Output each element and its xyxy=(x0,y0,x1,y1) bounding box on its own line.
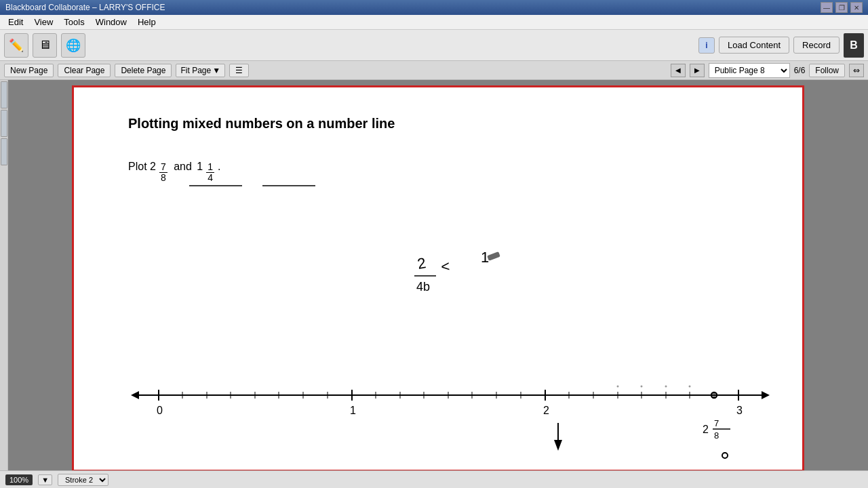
svg-point-14 xyxy=(722,453,728,458)
svg-text:4b: 4b xyxy=(416,280,430,293)
screen-tool-btn[interactable]: 🖥 xyxy=(33,33,57,58)
title-bar: Blackboard Collaborate – LARRY'S OFFICE … xyxy=(0,0,868,15)
next-page-btn[interactable]: ▶ xyxy=(690,64,705,77)
pencil-tool-btn[interactable]: ✏️ xyxy=(4,33,28,58)
fit-page-chevron: ▼ xyxy=(212,66,220,75)
new-page-button[interactable]: New Page xyxy=(4,64,54,77)
fit-page-dropdown[interactable]: Fit Page ▼ xyxy=(176,64,225,77)
svg-text:<: < xyxy=(440,258,450,275)
zoom-dropdown[interactable]: ▼ xyxy=(38,474,52,485)
number-line-area: 0 1 2 3 xyxy=(115,375,782,429)
svg-point-50 xyxy=(665,386,667,388)
svg-text:8: 8 xyxy=(714,430,719,441)
layout-button[interactable]: ⇔ xyxy=(849,64,864,77)
menu-window[interactable]: Window xyxy=(90,16,132,28)
zoom-display: 100% xyxy=(5,474,33,485)
svg-text:1: 1 xyxy=(481,249,489,266)
left-sidebar xyxy=(0,80,8,470)
status-bar: 100% ▼ Stroke 2 xyxy=(0,470,868,488)
problem-statement: Plot 2 7 8 and 1 1 4 . xyxy=(128,161,220,184)
menu-help[interactable]: Help xyxy=(132,16,161,28)
denominator-8: 8 xyxy=(159,173,167,183)
number-line-svg: 0 1 2 3 xyxy=(115,375,782,429)
grid-view-btn[interactable]: ☰ xyxy=(229,64,249,77)
menu-edit[interactable]: Edit xyxy=(3,16,28,28)
app-title: Blackboard Collaborate – LARRY'S OFFICE xyxy=(5,3,165,12)
one-label: 1 xyxy=(197,161,203,173)
svg-rect-7 xyxy=(487,251,500,261)
svg-point-51 xyxy=(689,386,691,388)
maximize-btn[interactable]: ❐ xyxy=(835,2,848,13)
page-count: 6/6 xyxy=(794,66,806,75)
record-button[interactable]: Record xyxy=(793,37,840,54)
canvas-area: Plotting mixed numbers on a number line … xyxy=(8,80,868,470)
follow-button[interactable]: Follow xyxy=(809,64,845,77)
delete-page-button[interactable]: Delete Page xyxy=(115,64,172,77)
whiteboard-title: Plotting mixed numbers on a number line xyxy=(128,116,395,131)
main-area: Plotting mixed numbers on a number line … xyxy=(0,80,868,470)
whiteboard[interactable]: Plotting mixed numbers on a number line … xyxy=(72,85,804,470)
fraction-7-8: 7 8 xyxy=(159,162,167,184)
clear-page-button[interactable]: Clear Page xyxy=(58,64,111,77)
and-label: and xyxy=(171,161,195,173)
load-content-button[interactable]: Load Content xyxy=(719,37,789,54)
info-button[interactable]: i xyxy=(698,37,715,54)
minimize-btn[interactable]: — xyxy=(821,2,833,13)
fit-page-label: Fit Page xyxy=(180,66,211,75)
svg-text:1: 1 xyxy=(350,405,356,416)
svg-text:0: 0 xyxy=(157,405,163,416)
menu-view[interactable]: View xyxy=(28,16,58,28)
globe-tool-btn[interactable]: 🌐 xyxy=(61,33,85,58)
menu-tools[interactable]: Tools xyxy=(58,16,90,28)
svg-point-48 xyxy=(617,386,619,388)
svg-text:2: 2 xyxy=(543,405,549,416)
title-bar-controls[interactable]: — ❐ ✕ xyxy=(821,2,863,13)
page-toolbar: New Page Clear Page Delete Page Fit Page… xyxy=(0,61,868,80)
numerator-1: 1 xyxy=(206,162,214,173)
period-label: . xyxy=(218,161,220,173)
svg-text:3: 3 xyxy=(736,405,743,416)
sidebar-tool-2[interactable] xyxy=(1,110,7,137)
page-selector[interactable]: Public Page 8 xyxy=(709,63,790,78)
svg-marker-17 xyxy=(762,391,770,399)
stroke-dropdown[interactable]: Stroke 2 xyxy=(58,474,108,486)
fraction-1-4: 1 4 xyxy=(206,162,214,184)
svg-marker-16 xyxy=(131,391,139,399)
prev-page-btn[interactable]: ◀ xyxy=(671,64,686,77)
toolbar: ✏️ 🖥 🌐 i Load Content Record B xyxy=(0,30,868,61)
bb-logo: B xyxy=(844,33,864,58)
svg-point-49 xyxy=(641,386,643,388)
plot-label: Plot 2 xyxy=(128,161,156,173)
svg-marker-9 xyxy=(554,440,562,451)
close-btn[interactable]: ✕ xyxy=(850,2,863,13)
numerator-7: 7 xyxy=(159,162,167,173)
menu-bar: Edit View Tools Window Help xyxy=(0,15,868,30)
sidebar-tool-3[interactable] xyxy=(1,138,7,165)
svg-text:2: 2 xyxy=(416,254,427,272)
denominator-4: 4 xyxy=(206,173,214,183)
sidebar-tool-1[interactable] xyxy=(1,81,7,108)
